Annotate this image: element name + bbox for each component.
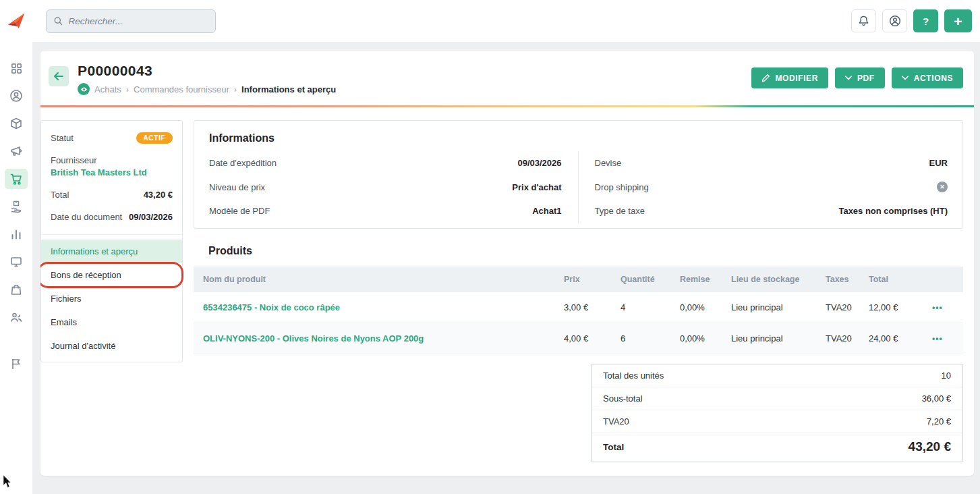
- rail-item-products[interactable]: [5, 113, 28, 134]
- bell-icon: [858, 15, 869, 27]
- chevron-down-icon: [902, 76, 909, 80]
- notifications-button[interactable]: [851, 9, 876, 32]
- cell-lieu: Lieu principal: [724, 292, 819, 323]
- arrow-left-icon: [53, 72, 64, 81]
- rail-item-fulfillment[interactable]: [5, 196, 28, 217]
- cell-lieu: Lieu principal: [724, 323, 819, 354]
- rail-item-pos[interactable]: [5, 252, 28, 272]
- fournisseur-link[interactable]: British Tea Masters Ltd: [41, 165, 182, 184]
- devise-label: Devise: [595, 158, 622, 168]
- date-document-row: Date du document 09/03/2026: [41, 206, 182, 228]
- search-box[interactable]: [46, 9, 216, 33]
- devise-value: EUR: [929, 158, 948, 168]
- totals-sous-total-row: Sous-total 36,00 €: [592, 387, 962, 410]
- breadcrumb-separator: ›: [126, 84, 129, 94]
- totals-box: Total des unités 10 Sous-total 36,00 € T…: [591, 364, 963, 462]
- plus-icon: +: [954, 14, 962, 28]
- search-input[interactable]: [68, 16, 208, 26]
- niveau-prix-label: Niveau de prix: [209, 182, 265, 192]
- totals-tva-row: TVA20 7,20 €: [592, 410, 962, 433]
- drop-shipping-label: Drop shipping: [595, 182, 649, 192]
- cell-taxes: TVA20: [819, 292, 862, 323]
- shopping-bag-icon: [9, 283, 23, 296]
- rail-item-reports[interactable]: [5, 224, 28, 244]
- account-button[interactable]: [882, 9, 907, 32]
- cell-remise: 0,00%: [673, 323, 724, 354]
- breadcrumb-commandes-fournisseur[interactable]: Commandes fournisseur: [134, 84, 229, 94]
- total-row: Total 43,20 €: [41, 184, 182, 206]
- monitor-icon: [9, 255, 23, 269]
- modifier-button[interactable]: MODIFIER: [751, 67, 828, 88]
- detail-nav: Informations et aperçu Bons de réception…: [41, 234, 182, 358]
- paper-plane-logo-icon: [6, 11, 26, 31]
- modele-pdf-value: Achat1: [532, 206, 561, 216]
- breadcrumb-achats[interactable]: Achats: [94, 84, 121, 94]
- rail-item-customers[interactable]: [5, 307, 28, 327]
- products-table: Nom du produit Prix Quantité Remise Lieu…: [194, 267, 963, 354]
- product-link[interactable]: OLIV-NYONS-200 - Olives Noires de Nyons …: [203, 333, 424, 344]
- total-label: Total: [51, 190, 69, 200]
- help-label: ?: [923, 16, 929, 27]
- chevron-down-icon: [845, 76, 852, 80]
- date-document-label: Date du document: [51, 212, 122, 222]
- type-taxe-value: Taxes non comprises (HT): [838, 206, 948, 216]
- totals-grand-total-row: Total 43,20 €: [592, 433, 962, 462]
- total-value: 43,20 €: [144, 190, 173, 200]
- rail-item-integrations[interactable]: [5, 354, 28, 374]
- nav-item-emails[interactable]: Emails: [41, 310, 182, 334]
- rail-item-purchases[interactable]: [5, 169, 28, 189]
- totals-unites-value: 10: [942, 370, 951, 381]
- app-logo[interactable]: [0, 0, 32, 42]
- nav-item-informations-apercu[interactable]: Informations et aperçu: [41, 240, 182, 263]
- totals-tva-label: TVA20: [603, 416, 629, 427]
- visibility-eye-icon: [78, 83, 90, 95]
- back-button[interactable]: [49, 66, 69, 86]
- cell-quantite: 6: [614, 323, 673, 354]
- mouse-cursor: [3, 474, 13, 492]
- pdf-button[interactable]: PDF: [835, 67, 885, 88]
- help-button[interactable]: ?: [913, 9, 938, 32]
- col-total: Total: [862, 267, 925, 292]
- totals-sous-total-label: Sous-total: [603, 393, 643, 404]
- field-date-expedition: Date d'expédition 09/03/2026: [209, 151, 579, 175]
- product-link[interactable]: 6534236475 - Noix de coco râpée: [203, 302, 340, 312]
- rail-item-marketing[interactable]: [5, 141, 28, 161]
- rail-item-contacts[interactable]: [5, 86, 28, 106]
- totals-grand-total-value: 43,20 €: [909, 439, 951, 454]
- nav-item-fichiers[interactable]: Fichiers: [41, 287, 182, 310]
- rail-item-sales[interactable]: [5, 279, 28, 300]
- cell-quantite: 4: [614, 292, 673, 323]
- totals-tva-value: 7,20 €: [927, 416, 951, 427]
- date-expedition-label: Date d'expédition: [209, 158, 277, 168]
- nav-item-journal-activite[interactable]: Journal d'activité: [41, 334, 182, 358]
- drop-shipping-disabled-icon: ✕: [937, 182, 948, 192]
- informations-card: Informations Date d'expédition 09/03/202…: [194, 120, 963, 229]
- col-remise: Remise: [673, 267, 724, 292]
- row-menu-icon[interactable]: •••: [932, 334, 943, 344]
- field-niveau-prix: Niveau de prix Prix d'achat: [209, 175, 579, 199]
- status-badge: ACTIF: [136, 132, 173, 144]
- page-header: P00000043 Achats › Commandes fournisseur…: [40, 51, 974, 95]
- date-document-value: 09/03/2026: [129, 212, 173, 222]
- content-card: P00000043 Achats › Commandes fournisseur…: [40, 51, 974, 476]
- nav-item-bons-de-reception-label: Bons de réception: [51, 270, 121, 280]
- totals-unites-row: Total des unités 10: [592, 364, 962, 387]
- col-nom-produit: Nom du produit: [194, 267, 557, 292]
- pdf-label: PDF: [857, 74, 875, 83]
- pencil-icon: [761, 74, 770, 82]
- field-modele-pdf: Modèle de PDF Achat1: [209, 199, 579, 223]
- nav-item-bons-de-reception[interactable]: Bons de réception: [41, 263, 182, 287]
- modifier-label: MODIFIER: [776, 74, 818, 83]
- row-menu-icon[interactable]: •••: [932, 303, 943, 312]
- col-menu: [925, 267, 963, 292]
- actions-button[interactable]: ACTIONS: [892, 67, 963, 88]
- topbar: ? +: [32, 0, 980, 42]
- actions-label: ACTIONS: [914, 74, 953, 83]
- sidebar-rail: [0, 0, 32, 494]
- grid-icon: [10, 62, 23, 75]
- add-button[interactable]: +: [944, 9, 972, 32]
- users-icon: [9, 310, 23, 324]
- rail-item-dashboard[interactable]: [5, 58, 28, 78]
- products-title: Produits: [194, 245, 963, 257]
- table-row: 6534236475 - Noix de coco râpée 3,00 € 4…: [194, 292, 963, 323]
